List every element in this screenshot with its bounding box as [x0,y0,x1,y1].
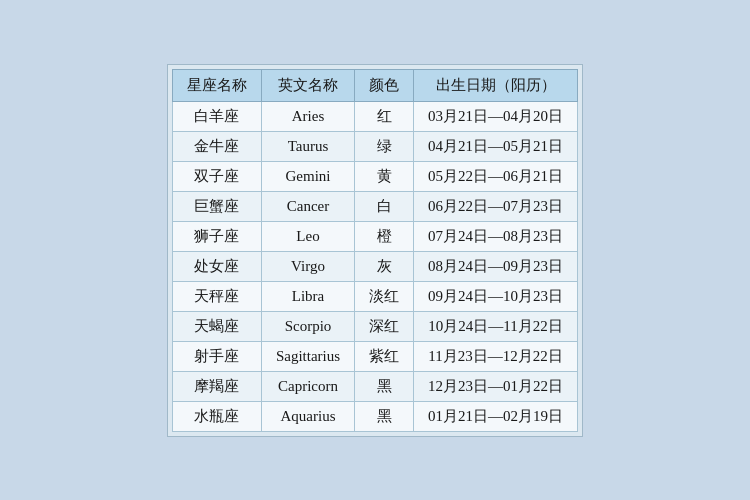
table-row: 天蝎座Scorpio深红10月24日—11月22日 [172,311,577,341]
zodiac-table: 星座名称 英文名称 颜色 出生日期（阳历） 白羊座Aries红03月21日—04… [172,69,578,432]
header-english-name: 英文名称 [261,69,354,101]
table-body: 白羊座Aries红03月21日—04月20日金牛座Taurus绿04月21日—0… [172,101,577,431]
cell-english-name: Taurus [261,131,354,161]
cell-color: 紫红 [355,341,414,371]
cell-color: 灰 [355,251,414,281]
cell-dates: 03月21日—04月20日 [414,101,578,131]
table-header-row: 星座名称 英文名称 颜色 出生日期（阳历） [172,69,577,101]
cell-chinese-name: 天蝎座 [172,311,261,341]
header-chinese-name: 星座名称 [172,69,261,101]
cell-chinese-name: 狮子座 [172,221,261,251]
table-row: 巨蟹座Cancer白06月22日—07月23日 [172,191,577,221]
table-row: 白羊座Aries红03月21日—04月20日 [172,101,577,131]
cell-dates: 06月22日—07月23日 [414,191,578,221]
cell-dates: 05月22日—06月21日 [414,161,578,191]
cell-color: 橙 [355,221,414,251]
table-row: 摩羯座Capricorn黑12月23日—01月22日 [172,371,577,401]
table-row: 双子座Gemini黄05月22日—06月21日 [172,161,577,191]
table-row: 天秤座Libra淡红09月24日—10月23日 [172,281,577,311]
cell-chinese-name: 摩羯座 [172,371,261,401]
cell-chinese-name: 金牛座 [172,131,261,161]
table-row: 射手座Sagittarius紫红11月23日—12月22日 [172,341,577,371]
cell-chinese-name: 处女座 [172,251,261,281]
zodiac-table-container: 星座名称 英文名称 颜色 出生日期（阳历） 白羊座Aries红03月21日—04… [167,64,583,437]
cell-dates: 04月21日—05月21日 [414,131,578,161]
cell-english-name: Virgo [261,251,354,281]
cell-color: 黄 [355,161,414,191]
cell-color: 黑 [355,401,414,431]
cell-english-name: Aquarius [261,401,354,431]
cell-dates: 01月21日—02月19日 [414,401,578,431]
cell-english-name: Cancer [261,191,354,221]
cell-dates: 12月23日—01月22日 [414,371,578,401]
table-row: 狮子座Leo橙07月24日—08月23日 [172,221,577,251]
cell-english-name: Sagittarius [261,341,354,371]
cell-color: 绿 [355,131,414,161]
header-dates: 出生日期（阳历） [414,69,578,101]
cell-english-name: Leo [261,221,354,251]
cell-chinese-name: 射手座 [172,341,261,371]
cell-dates: 10月24日—11月22日 [414,311,578,341]
cell-color: 白 [355,191,414,221]
table-row: 水瓶座Aquarius黑01月21日—02月19日 [172,401,577,431]
table-row: 处女座Virgo灰08月24日—09月23日 [172,251,577,281]
cell-chinese-name: 天秤座 [172,281,261,311]
cell-dates: 11月23日—12月22日 [414,341,578,371]
cell-english-name: Capricorn [261,371,354,401]
cell-dates: 08月24日—09月23日 [414,251,578,281]
cell-chinese-name: 巨蟹座 [172,191,261,221]
cell-chinese-name: 水瓶座 [172,401,261,431]
cell-color: 黑 [355,371,414,401]
table-row: 金牛座Taurus绿04月21日—05月21日 [172,131,577,161]
cell-color: 淡红 [355,281,414,311]
cell-english-name: Aries [261,101,354,131]
cell-chinese-name: 白羊座 [172,101,261,131]
cell-english-name: Libra [261,281,354,311]
header-color: 颜色 [355,69,414,101]
cell-dates: 07月24日—08月23日 [414,221,578,251]
cell-dates: 09月24日—10月23日 [414,281,578,311]
cell-english-name: Gemini [261,161,354,191]
cell-english-name: Scorpio [261,311,354,341]
cell-chinese-name: 双子座 [172,161,261,191]
cell-color: 深红 [355,311,414,341]
cell-color: 红 [355,101,414,131]
